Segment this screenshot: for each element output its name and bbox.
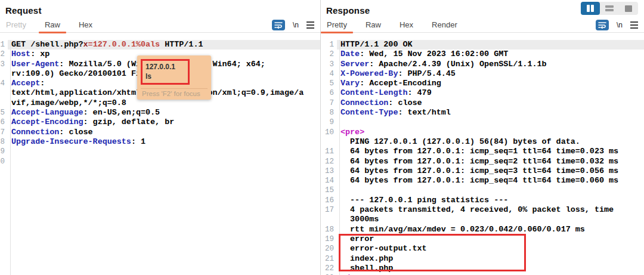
- code-line: PING 127.0.0.1 (127.0.0.1) 56(84) bytes …: [321, 137, 644, 147]
- word-wrap-icon[interactable]: [272, 20, 285, 30]
- code-line: 15: [321, 186, 644, 195]
- line-number: 7: [0, 128, 8, 137]
- line-number: 2: [321, 50, 337, 59]
- code-line: 17 4 packets transmitted, 4 received, 0%…: [321, 205, 644, 215]
- line-number: 8: [321, 108, 337, 118]
- line-number: [321, 215, 337, 224]
- line-number: 6: [321, 88, 337, 98]
- tooltip-value-line1: 127.0.0.1: [145, 62, 185, 72]
- line-number: [0, 88, 8, 98]
- line-number: 19: [321, 234, 337, 244]
- line-number: 12: [321, 157, 337, 166]
- request-tabbar: PrettyRawHex \n: [0, 17, 320, 33]
- line-number: 13: [321, 166, 337, 176]
- editor-toolbar: \n: [272, 20, 314, 30]
- code-line: 13 64 bytes from 127.0.0.1: icmp_seq=3 t…: [321, 166, 644, 176]
- line-number: 4: [321, 69, 337, 79]
- tab-raw[interactable]: Raw: [45, 17, 60, 33]
- tab-render[interactable]: Render: [432, 17, 457, 33]
- line-number: [0, 69, 8, 79]
- editor-toolbar: \n: [596, 20, 638, 30]
- hamburger-menu-icon[interactable]: [630, 21, 638, 29]
- code-line: 1GET /shell.php?x=127.0.0.1%0als HTTP/1.…: [0, 40, 320, 50]
- line-number: 4: [0, 79, 8, 88]
- line-number: 8: [0, 137, 8, 147]
- code-line: 9: [321, 118, 644, 127]
- tab-raw[interactable]: Raw: [366, 17, 381, 33]
- code-line: 6Content-Length: 479: [321, 88, 644, 98]
- request-panel: Request PrettyRawHex \n 1GET /shell.php?…: [0, 0, 320, 275]
- panel-title: Response: [326, 5, 644, 16]
- tooltip-value-line2: ls: [145, 72, 185, 81]
- code-line: 5Accept-Language: en-US,en;q=0.5: [0, 108, 320, 118]
- code-line: 10<pre>: [321, 128, 644, 137]
- tab-list: PrettyRawHex: [6, 17, 92, 33]
- code-line: 9: [0, 147, 320, 156]
- line-number: 6: [0, 118, 8, 127]
- tab-pretty[interactable]: Pretty: [6, 17, 26, 33]
- line-number: 21: [321, 254, 337, 264]
- line-number: 0: [0, 157, 8, 166]
- code-line: 3Server: Apache/2.4.39 (Unix) OpenSSL/1.…: [321, 60, 644, 69]
- code-line: 2Date: Wed, 15 Nov 2023 16:02:00 GMT: [321, 50, 644, 59]
- line-number: [0, 98, 8, 108]
- line-number: [321, 137, 337, 147]
- line-number: 14: [321, 176, 337, 186]
- code-line: 8Content-Type: text/html: [321, 108, 644, 118]
- line-number: 10: [321, 128, 337, 137]
- line-number: 1: [0, 40, 8, 50]
- tooltip-divider: [141, 88, 208, 89]
- code-line: 12 64 bytes from 127.0.0.1: icmp_seq=2 t…: [321, 157, 644, 166]
- code-line: 18 rtt min/avg/max/mdev = 0.023/0.042/0.…: [321, 225, 644, 234]
- code-line: 5Vary: Accept-Encoding: [321, 79, 644, 88]
- line-number: 2: [0, 50, 8, 59]
- panel-title: Request: [5, 5, 320, 16]
- line-number: 5: [321, 79, 337, 88]
- code-line: vif,image/webp,*/*;q=0.8: [0, 98, 320, 108]
- code-line: 3000ms: [321, 215, 644, 224]
- response-tabbar: PrettyRawHexRender \n: [321, 17, 644, 33]
- line-number: 9: [0, 147, 8, 156]
- code-line: 4X-Powered-By: PHP/5.4.45: [321, 69, 644, 79]
- line-number: 7: [321, 98, 337, 108]
- repeater-view: Request PrettyRawHex \n 1GET /shell.php?…: [0, 0, 644, 275]
- line-number: 11: [321, 147, 337, 156]
- code-line: 7Connection: close: [0, 128, 320, 137]
- listing-annotation-box: [339, 234, 526, 271]
- line-number: 17: [321, 205, 337, 215]
- hamburger-menu-icon[interactable]: [306, 21, 314, 29]
- line-number: 3: [0, 60, 8, 69]
- tab-list: PrettyRawHexRender: [327, 17, 457, 33]
- newline-toggle[interactable]: \n: [617, 21, 623, 29]
- line-number: 16: [321, 196, 337, 205]
- line-number: 15: [321, 186, 337, 195]
- code-line: 8Upgrade-Insecure-Requests: 1: [0, 137, 320, 147]
- word-wrap-icon[interactable]: [596, 20, 609, 30]
- line-number: 1: [321, 40, 337, 50]
- code-line: 6Accept-Encoding: gzip, deflate, br: [0, 118, 320, 127]
- tab-pretty[interactable]: Pretty: [327, 17, 347, 33]
- code-line: 14 64 bytes from 127.0.0.1: icmp_seq=4 t…: [321, 176, 644, 186]
- tooltip-annotation-box: 127.0.0.1 ls: [141, 59, 190, 85]
- inspector-tooltip: 127.0.0.1 ls Press 'F2' for focus: [137, 55, 211, 100]
- code-line: 0: [0, 157, 320, 166]
- line-number: 22: [321, 264, 337, 273]
- tab-hex[interactable]: Hex: [79, 17, 92, 33]
- tooltip-hint: Press 'F2' for focus: [142, 90, 200, 97]
- line-number: 5: [0, 108, 8, 118]
- line-number: 18: [321, 225, 337, 234]
- line-number: 20: [321, 244, 337, 254]
- code-line: 11 64 bytes from 127.0.0.1: icmp_seq=1 t…: [321, 147, 644, 156]
- line-number: 3: [321, 60, 337, 69]
- code-line: 1HTTP/1.1 200 OK: [321, 40, 644, 50]
- code-line: 16 --- 127.0.0.1 ping statistics ---: [321, 196, 644, 205]
- gutter-divider: [10, 40, 11, 275]
- newline-toggle[interactable]: \n: [293, 21, 299, 29]
- tab-hex[interactable]: Hex: [400, 17, 413, 33]
- line-number: 9: [321, 118, 337, 127]
- code-line: 7Connection: close: [321, 98, 644, 108]
